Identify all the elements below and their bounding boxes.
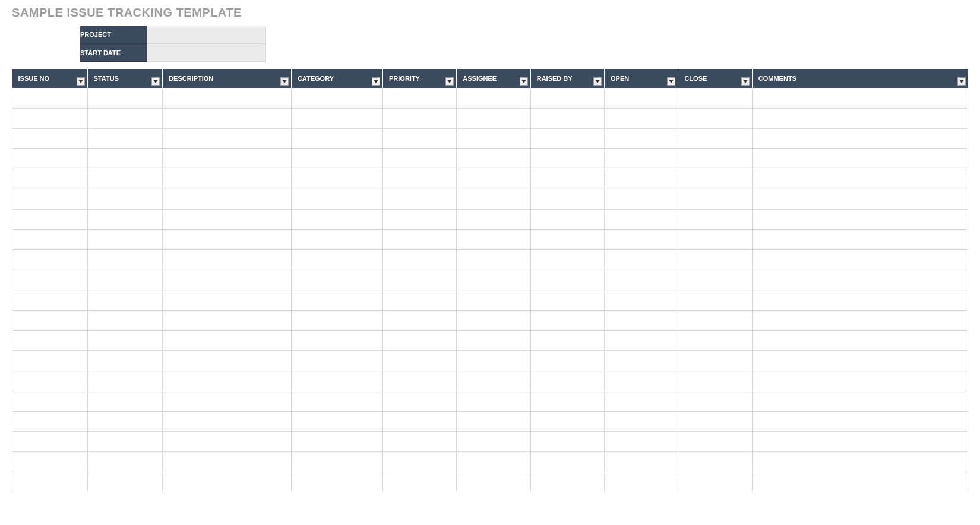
- cell[interactable]: [752, 411, 968, 431]
- cell[interactable]: [457, 169, 530, 189]
- cell[interactable]: [163, 148, 292, 169]
- cell[interactable]: [291, 209, 382, 229]
- cell[interactable]: [382, 209, 456, 229]
- cell[interactable]: [163, 128, 292, 148]
- cell[interactable]: [87, 472, 163, 492]
- cell[interactable]: [12, 371, 88, 391]
- cell[interactable]: [678, 290, 752, 310]
- cell[interactable]: [457, 451, 530, 472]
- cell[interactable]: [382, 350, 456, 371]
- cell[interactable]: [457, 249, 530, 270]
- cell[interactable]: [12, 330, 88, 350]
- cell[interactable]: [382, 290, 456, 310]
- cell[interactable]: [678, 350, 752, 371]
- cell[interactable]: [752, 270, 968, 290]
- cell[interactable]: [382, 128, 456, 148]
- cell[interactable]: [12, 108, 88, 128]
- cell[interactable]: [291, 310, 382, 330]
- cell[interactable]: [457, 290, 530, 310]
- cell[interactable]: [752, 391, 968, 411]
- cell[interactable]: [530, 270, 604, 290]
- cell[interactable]: [12, 431, 88, 451]
- cell[interactable]: [87, 391, 163, 411]
- cell[interactable]: [678, 169, 752, 189]
- cell[interactable]: [457, 310, 530, 330]
- cell[interactable]: [382, 371, 456, 391]
- cell[interactable]: [678, 108, 752, 128]
- cell[interactable]: [457, 350, 530, 371]
- cell[interactable]: [87, 229, 163, 249]
- cell[interactable]: [605, 290, 678, 310]
- cell[interactable]: [291, 128, 382, 148]
- cell[interactable]: [530, 350, 604, 371]
- cell[interactable]: [752, 371, 968, 391]
- cell[interactable]: [163, 229, 292, 249]
- cell[interactable]: [530, 371, 604, 391]
- cell[interactable]: [605, 310, 678, 330]
- cell[interactable]: [163, 350, 292, 371]
- cell[interactable]: [605, 88, 678, 108]
- cell[interactable]: [12, 290, 88, 310]
- cell[interactable]: [12, 451, 88, 472]
- cell[interactable]: [163, 169, 292, 189]
- cell[interactable]: [605, 169, 678, 189]
- cell[interactable]: [752, 88, 968, 108]
- cell[interactable]: [12, 209, 88, 229]
- cell[interactable]: [752, 148, 968, 169]
- filter-dropdown-icon[interactable]: [445, 77, 454, 86]
- cell[interactable]: [12, 169, 88, 189]
- cell[interactable]: [457, 189, 530, 209]
- cell[interactable]: [457, 472, 530, 492]
- cell[interactable]: [457, 209, 530, 229]
- cell[interactable]: [457, 148, 530, 169]
- cell[interactable]: [87, 350, 163, 371]
- cell[interactable]: [605, 371, 678, 391]
- cell[interactable]: [382, 472, 456, 492]
- cell[interactable]: [12, 88, 88, 108]
- cell[interactable]: [752, 451, 968, 472]
- cell[interactable]: [382, 451, 456, 472]
- cell[interactable]: [87, 108, 163, 128]
- cell[interactable]: [291, 330, 382, 350]
- filter-dropdown-icon[interactable]: [151, 77, 160, 86]
- cell[interactable]: [678, 310, 752, 330]
- cell[interactable]: [291, 472, 382, 492]
- cell[interactable]: [752, 209, 968, 229]
- cell[interactable]: [605, 209, 678, 229]
- cell[interactable]: [752, 290, 968, 310]
- cell[interactable]: [530, 330, 604, 350]
- cell[interactable]: [678, 411, 752, 431]
- cell[interactable]: [382, 330, 456, 350]
- cell[interactable]: [605, 249, 678, 270]
- cell[interactable]: [163, 310, 292, 330]
- cell[interactable]: [605, 472, 678, 492]
- cell[interactable]: [457, 371, 530, 391]
- cell[interactable]: [678, 270, 752, 290]
- cell[interactable]: [530, 128, 604, 148]
- cell[interactable]: [163, 411, 292, 431]
- cell[interactable]: [605, 431, 678, 451]
- cell[interactable]: [605, 350, 678, 371]
- cell[interactable]: [291, 229, 382, 249]
- cell[interactable]: [382, 431, 456, 451]
- cell[interactable]: [530, 451, 604, 472]
- cell[interactable]: [12, 472, 88, 492]
- filter-dropdown-icon[interactable]: [372, 77, 380, 86]
- cell[interactable]: [678, 451, 752, 472]
- cell[interactable]: [163, 249, 292, 270]
- cell[interactable]: [457, 411, 530, 431]
- cell[interactable]: [12, 229, 88, 249]
- filter-dropdown-icon[interactable]: [77, 77, 85, 86]
- cell[interactable]: [87, 411, 163, 431]
- cell[interactable]: [457, 330, 530, 350]
- cell[interactable]: [87, 270, 163, 290]
- cell[interactable]: [752, 189, 968, 209]
- cell[interactable]: [163, 472, 292, 492]
- cell[interactable]: [752, 249, 968, 270]
- cell[interactable]: [530, 229, 604, 249]
- cell[interactable]: [530, 169, 604, 189]
- cell[interactable]: [678, 148, 752, 169]
- cell[interactable]: [752, 128, 968, 148]
- cell[interactable]: [678, 330, 752, 350]
- cell[interactable]: [291, 249, 382, 270]
